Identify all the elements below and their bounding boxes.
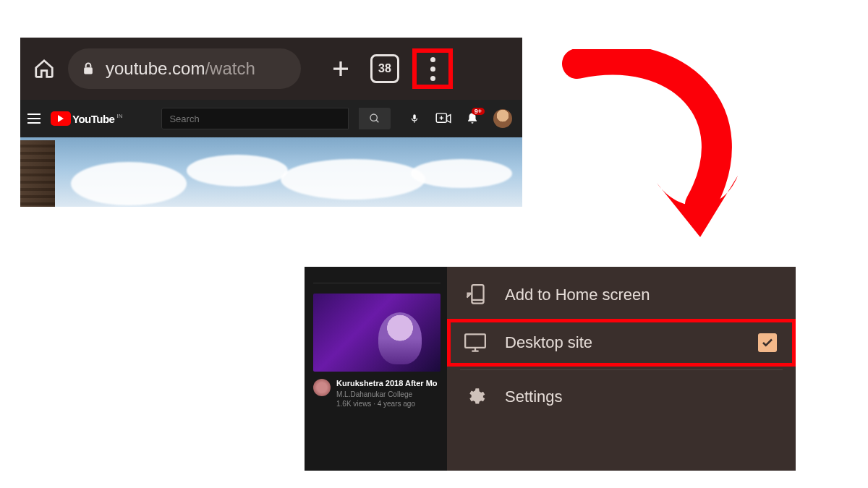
url-host: youtube.com [106,59,205,78]
youtube-top-right: 9+ [435,109,512,128]
menu-label: Settings [505,388,777,406]
add-to-home-icon [464,284,486,306]
account-avatar[interactable] [493,109,512,128]
overflow-menu-button[interactable] [430,57,435,81]
hamburger-line-icon [27,122,41,124]
video-content-cloud [411,159,512,188]
youtube-play-icon [51,111,71,126]
chrome-overflow-menu: Add to Home screen Desktop site Settings [447,267,796,471]
home-icon [33,58,55,80]
video-content-cloud [187,155,288,187]
tutorial-arrow-icon [548,49,758,266]
address-bar[interactable]: youtube.com/watch [68,48,301,89]
video-player-area[interactable] [20,137,522,207]
new-tab-button[interactable] [324,52,357,85]
desktop-icon [464,332,486,354]
menu-panel: Kurukshetra 2018 After Mo M.L.Dahanukar … [305,267,796,471]
youtube-logo[interactable]: YouTube IN [51,111,122,126]
sidebar-divider [313,283,441,283]
search-icon [369,113,380,124]
plus-icon [330,58,352,80]
desktop-site-checkbox[interactable] [758,333,777,352]
create-icon [435,113,451,124]
svg-rect-5 [465,334,485,347]
notification-badge: 9+ [472,108,485,115]
kebab-dot-icon [430,67,435,72]
microphone-icon [409,112,420,125]
notifications-button[interactable]: 9+ [464,111,480,127]
gear-icon [464,386,486,408]
menu-separator [460,369,783,370]
chrome-toolbar: youtube.com/watch 38 [20,38,522,100]
related-video-meta: Kurukshetra 2018 After Mo M.L.Dahanukar … [313,379,441,408]
search-button[interactable] [359,108,391,129]
url-text: youtube.com/watch [106,59,255,79]
related-video-thumbnail[interactable] [313,294,441,372]
menu-item-desktop-site[interactable]: Desktop site [447,319,796,367]
related-video-title[interactable]: Kurukshetra 2018 After Mo [336,379,438,389]
menu-item-add-to-home[interactable]: Add to Home screen [447,271,796,319]
guide-button[interactable] [27,114,41,124]
video-content-cloud [71,162,187,205]
voice-search-button[interactable] [404,108,425,129]
youtube-wordmark: YouTube [72,113,114,125]
video-content-building [20,140,55,207]
search-box[interactable] [161,108,349,129]
kebab-dot-icon [430,76,435,81]
video-content-cloud [281,159,425,200]
kebab-dot-icon [430,57,435,62]
channel-avatar[interactable] [313,379,331,396]
home-button[interactable] [27,52,61,85]
svg-point-1 [370,114,377,121]
hamburger-line-icon [27,114,41,115]
svg-rect-0 [84,67,93,74]
menu-label: Add to Home screen [505,286,777,304]
menu-item-settings[interactable]: Settings [447,373,796,421]
check-icon [761,336,774,349]
browser-youtube-panel: youtube.com/watch 38 YouTube IN [20,38,522,207]
create-button[interactable] [435,111,451,127]
tab-count-label: 38 [378,62,391,75]
menu-label: Desktop site [505,333,739,352]
lock-icon [81,61,95,77]
related-video-stats: 1.6K views · 4 years ago [336,400,438,408]
youtube-header: YouTube IN 9+ [20,100,522,137]
hamburger-line-icon [27,118,41,119]
search-input[interactable] [162,114,348,124]
svg-rect-2 [413,114,416,119]
url-path: /watch [205,59,255,78]
youtube-region: IN [116,113,122,119]
youtube-sidebar-fragment: Kurukshetra 2018 After Mo M.L.Dahanukar … [305,267,449,471]
overflow-menu-highlight [412,48,453,89]
tab-switcher-button[interactable]: 38 [370,54,399,83]
related-video-channel[interactable]: M.L.Dahanukar College [336,390,438,398]
